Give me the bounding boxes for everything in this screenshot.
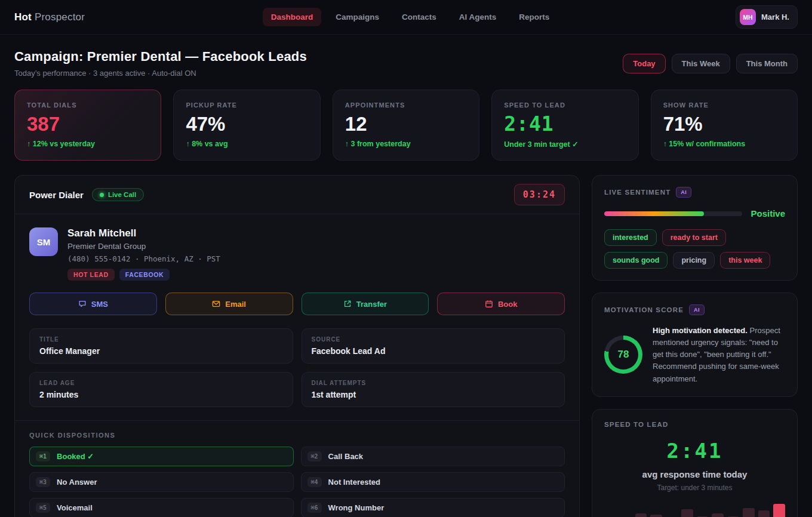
disposition-call-back[interactable]: ⌘2 Call Back — [301, 447, 565, 466]
disposition-not-interested[interactable]: ⌘4 Not Interested — [301, 472, 565, 492]
app-logo[interactable]: Hot Prospector — [14, 11, 85, 23]
field-dial-attempts: DIAL ATTEMPTS 1st attempt — [302, 372, 565, 407]
book-button[interactable]: Book — [437, 293, 565, 315]
keyword-chip: this week — [720, 252, 770, 269]
speed-caption: avg response time today — [604, 469, 785, 479]
shortcut-key-badge: ⌘5 — [36, 503, 50, 513]
contact-badges: HOT LEAD FACEBOOK — [67, 269, 220, 281]
field-label: SOURCE — [312, 336, 555, 343]
kpi-pickup-rate: PICKUP RATE 47% ↑ 8% vs avg — [173, 90, 320, 161]
keyword-chip: sounds good — [604, 252, 668, 269]
contact-company: Premier Dental Group — [67, 242, 220, 251]
field-label: DIAL ATTEMPTS — [312, 380, 555, 386]
kpi-value: 12 — [345, 114, 467, 134]
shortcut-key-badge: ⌘3 — [36, 477, 50, 487]
brand-light: Prospector — [35, 11, 85, 23]
speed-bar — [650, 515, 662, 517]
disposition-label: Wrong Number — [328, 503, 385, 512]
speed-bar — [712, 513, 724, 517]
range-this-month-button[interactable]: This Month — [736, 54, 798, 73]
right-sidebar: LIVE SENTIMENT AI Positive interested re… — [592, 175, 798, 517]
field-title: TITLE Office Manager — [29, 328, 293, 364]
range-today-button[interactable]: Today — [623, 54, 665, 73]
disposition-booked[interactable]: ⌘1 Booked ✓ — [29, 447, 294, 466]
book-label: Book — [498, 300, 518, 309]
disposition-label: Booked ✓ — [57, 452, 94, 461]
kpi-row: TOTAL DIALS 387 ↑ 12% vs yesterday PICKU… — [14, 90, 798, 161]
speed-bar — [635, 513, 647, 517]
disposition-label: No Answer — [57, 478, 97, 487]
kpi-value: 71% — [663, 114, 785, 134]
user-menu[interactable]: MH Mark H. — [736, 5, 798, 29]
field-value: 1st attempt — [312, 390, 555, 399]
kpi-label: SPEED TO LEAD — [504, 101, 626, 109]
motivation-title: MOTIVATION SCORE — [604, 306, 684, 313]
disposition-voicemail[interactable]: ⌘5 Voicemail — [29, 498, 294, 517]
nav-item-contacts[interactable]: Contacts — [393, 8, 445, 26]
ai-badge: AI — [676, 187, 691, 198]
motivation-lead: High motivation detected. — [653, 326, 748, 335]
contact-name: Sarah Mitchell — [67, 227, 220, 239]
range-this-week-button[interactable]: This Week — [672, 54, 730, 73]
motivation-ring: 78 — [604, 336, 642, 374]
speed-bar — [773, 504, 785, 517]
kpi-delta: ↑ 15% w/ confirmations — [663, 140, 785, 148]
page-title: Campaign: Premier Dental — Facebook Lead… — [14, 49, 307, 64]
contact-phone: (480) 555-0142 · Phoenix, AZ · PST — [67, 254, 220, 263]
disposition-label: Not Interested — [328, 478, 380, 487]
sms-label: SMS — [91, 300, 108, 309]
live-call-badge: Live Call — [92, 188, 144, 201]
field-value: Office Manager — [39, 346, 283, 356]
sentiment-keywords: interested ready to start sounds good pr… — [604, 229, 785, 269]
motivation-summary: High motivation detected. Prospect menti… — [653, 325, 785, 385]
disposition-label: Call Back — [328, 452, 364, 461]
nav-item-ai-agents[interactable]: AI Agents — [451, 8, 505, 26]
field-label: LEAD AGE — [39, 380, 283, 386]
dialer-header: Power Dialer Live Call 03:24 — [15, 176, 579, 214]
sentiment-value: Positive — [751, 208, 785, 219]
live-call-label: Live Call — [108, 191, 136, 198]
power-dialer-panel: Power Dialer Live Call 03:24 SM Sarah Mi… — [14, 175, 580, 517]
speed-bar — [743, 508, 755, 517]
disposition-no-answer[interactable]: ⌘3 No Answer — [29, 472, 294, 492]
keyword-chip: pricing — [673, 252, 715, 269]
quick-dispositions: QUICK DISPOSITIONS ⌘1 Booked ✓ ⌘2 Call B… — [15, 420, 579, 517]
kpi-label: SHOW RATE — [663, 101, 785, 109]
nav-item-reports[interactable]: Reports — [510, 8, 558, 26]
calendar-icon — [485, 300, 493, 308]
shortcut-key-badge: ⌘2 — [307, 451, 322, 461]
email-button[interactable]: Email — [165, 293, 293, 315]
kpi-appointments: APPOINTMENTS 12 ↑ 3 from yesterday — [333, 90, 479, 161]
kpi-show-rate: SHOW RATE 71% ↑ 15% w/ confirmations — [651, 90, 798, 161]
nav-item-campaigns[interactable]: Campaigns — [327, 8, 387, 26]
dispositions-title: QUICK DISPOSITIONS — [29, 432, 565, 439]
chat-bubble-icon — [78, 300, 87, 308]
sentiment-meter — [604, 211, 742, 216]
nav-item-dashboard[interactable]: Dashboard — [263, 8, 322, 26]
dialer-title: Power Dialer — [29, 190, 84, 200]
shortcut-key-badge: ⌘1 — [36, 451, 50, 461]
disposition-wrong-number[interactable]: ⌘6 Wrong Number — [301, 498, 565, 517]
ai-badge: AI — [689, 304, 705, 315]
sentiment-fill — [604, 211, 704, 216]
field-lead-age: LEAD AGE 2 minutes — [29, 372, 293, 407]
top-nav: Hot Prospector Dashboard Campaigns Conta… — [0, 0, 812, 35]
live-dot-icon — [100, 193, 104, 197]
transfer-button[interactable]: Transfer — [302, 293, 429, 315]
speed-value: 2:41 — [604, 439, 785, 463]
kpi-delta: ↑ 8% vs avg — [186, 140, 307, 148]
live-sentiment-panel: LIVE SENTIMENT AI Positive interested re… — [592, 175, 798, 281]
brand-bold: Hot — [14, 11, 32, 23]
speed-bar — [758, 510, 770, 517]
shortcut-key-badge: ⌘4 — [307, 477, 322, 487]
speed-target: Target: under 3 minutes — [604, 484, 785, 492]
external-arrow-icon — [343, 300, 352, 308]
lead-fields: TITLE Office Manager SOURCE Facebook Lea… — [29, 328, 565, 407]
page-subtitle: Today’s performance · 3 agents active · … — [14, 69, 307, 78]
contact-avatar: SM — [29, 227, 58, 256]
call-timer: 03:24 — [514, 184, 565, 205]
kpi-value: 387 — [27, 114, 149, 134]
kpi-label: PICKUP RATE — [186, 101, 307, 109]
sms-button[interactable]: SMS — [29, 293, 157, 315]
keyword-chip: ready to start — [662, 229, 726, 246]
